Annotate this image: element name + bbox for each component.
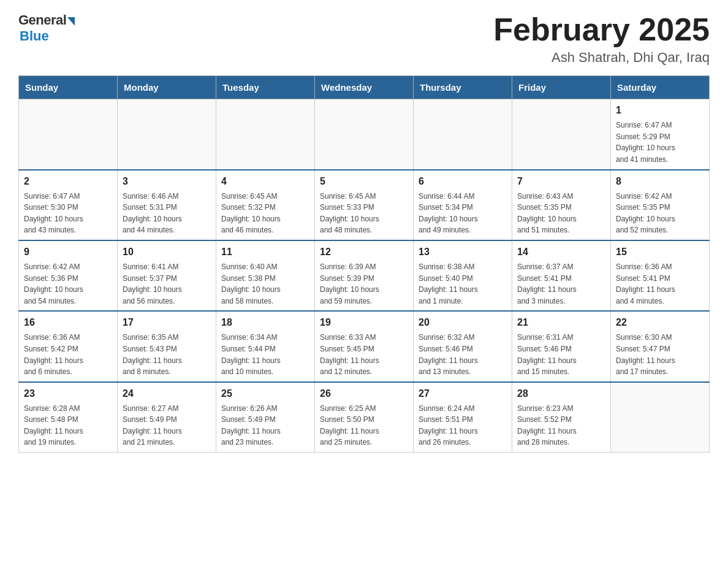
day-info: Sunrise: 6:45 AM Sunset: 5:32 PM Dayligh… <box>221 191 309 236</box>
logo: General Blue <box>18 12 75 44</box>
day-info: Sunrise: 6:42 AM Sunset: 5:35 PM Dayligh… <box>616 191 704 236</box>
calendar-cell: 22Sunrise: 6:30 AM Sunset: 5:47 PM Dayli… <box>611 311 710 381</box>
day-info: Sunrise: 6:27 AM Sunset: 5:49 PM Dayligh… <box>123 403 211 448</box>
calendar-week-row: 1Sunrise: 6:47 AM Sunset: 5:29 PM Daylig… <box>19 99 710 170</box>
weekday-header-friday: Friday <box>512 76 611 99</box>
calendar-cell: 10Sunrise: 6:41 AM Sunset: 5:37 PM Dayli… <box>118 240 216 311</box>
day-info: Sunrise: 6:34 AM Sunset: 5:44 PM Dayligh… <box>221 332 309 377</box>
calendar-cell: 8Sunrise: 6:42 AM Sunset: 5:35 PM Daylig… <box>611 170 710 240</box>
day-info: Sunrise: 6:26 AM Sunset: 5:49 PM Dayligh… <box>221 403 309 448</box>
logo-blue-text: Blue <box>20 28 49 44</box>
calendar-cell: 21Sunrise: 6:31 AM Sunset: 5:46 PM Dayli… <box>512 311 611 381</box>
day-info: Sunrise: 6:36 AM Sunset: 5:41 PM Dayligh… <box>616 261 704 307</box>
day-info: Sunrise: 6:37 AM Sunset: 5:41 PM Dayligh… <box>517 261 605 307</box>
day-number: 25 <box>221 386 309 401</box>
day-info: Sunrise: 6:38 AM Sunset: 5:40 PM Dayligh… <box>419 261 507 307</box>
calendar-cell: 26Sunrise: 6:25 AM Sunset: 5:50 PM Dayli… <box>315 382 414 453</box>
day-info: Sunrise: 6:44 AM Sunset: 5:34 PM Dayligh… <box>419 191 507 236</box>
calendar-cell: 15Sunrise: 6:36 AM Sunset: 5:41 PM Dayli… <box>611 240 710 311</box>
weekday-header-sunday: Sunday <box>19 76 118 99</box>
day-number: 13 <box>419 245 507 259</box>
calendar-cell: 1Sunrise: 6:47 AM Sunset: 5:29 PM Daylig… <box>611 99 710 170</box>
day-number: 8 <box>616 174 704 189</box>
calendar-cell: 7Sunrise: 6:43 AM Sunset: 5:35 PM Daylig… <box>512 170 611 240</box>
day-info: Sunrise: 6:32 AM Sunset: 5:46 PM Dayligh… <box>419 332 507 377</box>
calendar-cell: 25Sunrise: 6:26 AM Sunset: 5:49 PM Dayli… <box>216 382 315 453</box>
calendar-table: SundayMondayTuesdayWednesdayThursdayFrid… <box>18 75 710 453</box>
day-info: Sunrise: 6:47 AM Sunset: 5:30 PM Dayligh… <box>24 191 112 236</box>
day-number: 1 <box>616 103 704 118</box>
day-info: Sunrise: 6:42 AM Sunset: 5:36 PM Dayligh… <box>24 261 112 307</box>
day-number: 9 <box>24 245 112 259</box>
day-info: Sunrise: 6:30 AM Sunset: 5:47 PM Dayligh… <box>616 332 704 377</box>
day-number: 23 <box>24 386 112 401</box>
day-number: 14 <box>517 245 605 259</box>
calendar-title-block: February 2025 Ash Shatrah, Dhi Qar, Iraq <box>493 12 710 66</box>
weekday-header-thursday: Thursday <box>414 76 512 99</box>
day-number: 17 <box>123 315 211 330</box>
day-number: 3 <box>123 174 211 189</box>
calendar-cell: 12Sunrise: 6:39 AM Sunset: 5:39 PM Dayli… <box>315 240 414 311</box>
calendar-week-row: 9Sunrise: 6:42 AM Sunset: 5:36 PM Daylig… <box>19 240 710 311</box>
calendar-cell: 24Sunrise: 6:27 AM Sunset: 5:49 PM Dayli… <box>118 382 216 453</box>
day-info: Sunrise: 6:46 AM Sunset: 5:31 PM Dayligh… <box>123 191 211 236</box>
day-number: 20 <box>419 315 507 330</box>
day-number: 21 <box>517 315 605 330</box>
calendar-location: Ash Shatrah, Dhi Qar, Iraq <box>493 50 710 66</box>
day-info: Sunrise: 6:41 AM Sunset: 5:37 PM Dayligh… <box>123 261 211 307</box>
day-info: Sunrise: 6:24 AM Sunset: 5:51 PM Dayligh… <box>419 403 507 448</box>
calendar-cell <box>19 99 118 170</box>
day-number: 5 <box>320 174 408 189</box>
calendar-week-row: 16Sunrise: 6:36 AM Sunset: 5:42 PM Dayli… <box>19 311 710 381</box>
calendar-cell: 27Sunrise: 6:24 AM Sunset: 5:51 PM Dayli… <box>414 382 512 453</box>
calendar-cell: 16Sunrise: 6:36 AM Sunset: 5:42 PM Dayli… <box>19 311 118 381</box>
calendar-cell <box>315 99 414 170</box>
day-number: 10 <box>123 245 211 259</box>
day-number: 28 <box>517 386 605 401</box>
day-number: 11 <box>221 245 309 259</box>
day-info: Sunrise: 6:36 AM Sunset: 5:42 PM Dayligh… <box>24 332 112 377</box>
logo-general-text: General <box>18 12 66 28</box>
day-number: 4 <box>221 174 309 189</box>
day-number: 2 <box>24 174 112 189</box>
weekday-header-monday: Monday <box>118 76 216 99</box>
calendar-cell: 11Sunrise: 6:40 AM Sunset: 5:38 PM Dayli… <box>216 240 315 311</box>
day-info: Sunrise: 6:35 AM Sunset: 5:43 PM Dayligh… <box>123 332 211 377</box>
calendar-cell <box>118 99 216 170</box>
calendar-cell: 3Sunrise: 6:46 AM Sunset: 5:31 PM Daylig… <box>118 170 216 240</box>
day-number: 6 <box>419 174 507 189</box>
weekday-header-row: SundayMondayTuesdayWednesdayThursdayFrid… <box>19 76 710 99</box>
day-number: 26 <box>320 386 408 401</box>
day-info: Sunrise: 6:28 AM Sunset: 5:48 PM Dayligh… <box>24 403 112 448</box>
day-number: 22 <box>616 315 704 330</box>
calendar-cell <box>512 99 611 170</box>
page-header: General Blue February 2025 Ash Shatrah, … <box>18 12 710 66</box>
day-info: Sunrise: 6:45 AM Sunset: 5:33 PM Dayligh… <box>320 191 408 236</box>
day-info: Sunrise: 6:47 AM Sunset: 5:29 PM Dayligh… <box>616 120 704 165</box>
day-number: 24 <box>123 386 211 401</box>
day-number: 16 <box>24 315 112 330</box>
calendar-cell: 2Sunrise: 6:47 AM Sunset: 5:30 PM Daylig… <box>19 170 118 240</box>
day-info: Sunrise: 6:40 AM Sunset: 5:38 PM Dayligh… <box>221 261 309 307</box>
day-number: 12 <box>320 245 408 259</box>
weekday-header-wednesday: Wednesday <box>315 76 414 99</box>
calendar-cell: 20Sunrise: 6:32 AM Sunset: 5:46 PM Dayli… <box>414 311 512 381</box>
day-info: Sunrise: 6:39 AM Sunset: 5:39 PM Dayligh… <box>320 261 408 307</box>
day-number: 27 <box>419 386 507 401</box>
calendar-cell: 18Sunrise: 6:34 AM Sunset: 5:44 PM Dayli… <box>216 311 315 381</box>
calendar-cell: 5Sunrise: 6:45 AM Sunset: 5:33 PM Daylig… <box>315 170 414 240</box>
day-info: Sunrise: 6:33 AM Sunset: 5:45 PM Dayligh… <box>320 332 408 377</box>
logo-arrow-icon <box>67 17 75 26</box>
weekday-header-saturday: Saturday <box>611 76 710 99</box>
calendar-cell: 6Sunrise: 6:44 AM Sunset: 5:34 PM Daylig… <box>414 170 512 240</box>
calendar-cell: 19Sunrise: 6:33 AM Sunset: 5:45 PM Dayli… <box>315 311 414 381</box>
calendar-cell <box>414 99 512 170</box>
calendar-week-row: 2Sunrise: 6:47 AM Sunset: 5:30 PM Daylig… <box>19 170 710 240</box>
calendar-cell: 4Sunrise: 6:45 AM Sunset: 5:32 PM Daylig… <box>216 170 315 240</box>
day-info: Sunrise: 6:25 AM Sunset: 5:50 PM Dayligh… <box>320 403 408 448</box>
calendar-cell: 13Sunrise: 6:38 AM Sunset: 5:40 PM Dayli… <box>414 240 512 311</box>
calendar-cell <box>611 382 710 453</box>
weekday-header-tuesday: Tuesday <box>216 76 315 99</box>
calendar-cell: 17Sunrise: 6:35 AM Sunset: 5:43 PM Dayli… <box>118 311 216 381</box>
calendar-cell: 9Sunrise: 6:42 AM Sunset: 5:36 PM Daylig… <box>19 240 118 311</box>
